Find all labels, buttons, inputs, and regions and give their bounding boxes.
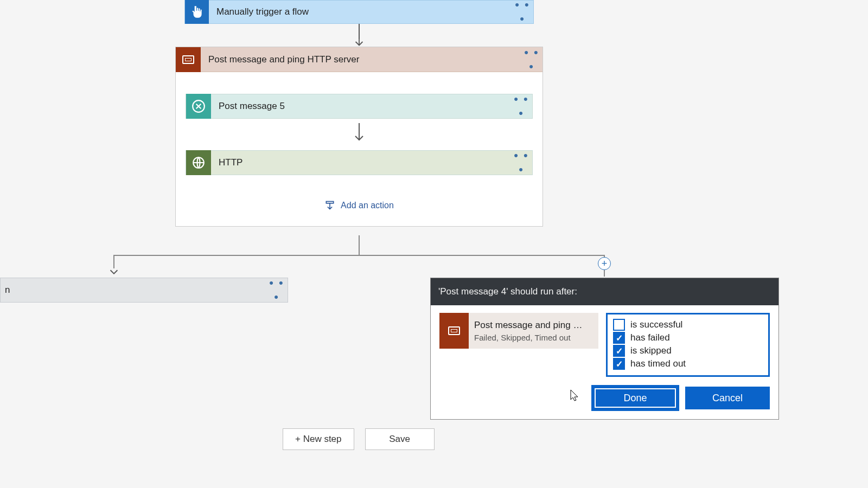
svg-rect-4: [326, 202, 333, 203]
scope-container: Post message and ping HTTP server • • • …: [175, 47, 543, 227]
branch-action-card[interactable]: n • • •: [0, 278, 288, 303]
connector-line: [113, 255, 605, 256]
checkbox-label: has timed out: [630, 358, 686, 369]
manual-trigger-icon: [185, 0, 209, 24]
checkbox-has-timed-out[interactable]: [613, 358, 625, 370]
trigger-title: Manually trigger a flow: [216, 7, 512, 17]
insert-step-button[interactable]: +: [598, 257, 611, 270]
checkbox-is-successful[interactable]: [613, 319, 625, 331]
checkbox-label: has failed: [630, 332, 670, 343]
checkbox-is-skipped[interactable]: [613, 345, 625, 357]
add-action-button[interactable]: Add an action: [186, 200, 533, 211]
trigger-card[interactable]: Manually trigger a flow • • •: [184, 0, 534, 24]
scope-menu-button[interactable]: • • •: [521, 46, 542, 74]
globe-icon: [186, 150, 211, 175]
checkbox-label: is skipped: [630, 345, 672, 356]
done-button[interactable]: Done: [593, 387, 678, 409]
save-button[interactable]: Save: [365, 428, 435, 450]
scope-icon: [439, 313, 469, 349]
add-action-icon: [324, 200, 335, 211]
checkbox-label: is successful: [630, 319, 682, 330]
action1-menu-button[interactable]: • • •: [510, 92, 532, 120]
trigger-menu-button[interactable]: • • •: [512, 0, 533, 26]
cancel-button[interactable]: Cancel: [685, 387, 770, 409]
run-after-dialog: 'Post message 4' should run after: Post …: [430, 278, 779, 420]
action-title: HTTP: [219, 157, 510, 168]
connector-arrow: [186, 123, 533, 145]
checkbox-has-failed[interactable]: [613, 332, 625, 344]
dialog-header: 'Post message 4' should run after:: [431, 278, 778, 305]
run-after-checkbox-group: is successful has failed is skipped has …: [606, 313, 770, 377]
branch-action-title: n: [5, 285, 266, 296]
add-action-label: Add an action: [341, 201, 394, 210]
scope-header[interactable]: Post message and ping HTTP server • • •: [176, 47, 542, 72]
scope-title: Post message and ping HTTP server: [208, 54, 521, 65]
branch-action-menu-button[interactable]: • • •: [266, 276, 288, 304]
dependency-title: Post message and ping HTTP s...: [474, 320, 588, 331]
scope-icon: [176, 47, 201, 72]
slack-icon: [186, 94, 211, 119]
new-step-button[interactable]: + New step: [283, 428, 354, 450]
action-http[interactable]: HTTP • • •: [186, 150, 533, 175]
action-post-message-5[interactable]: Post message 5 • • •: [186, 94, 533, 119]
action-title: Post message 5: [219, 101, 510, 112]
dependency-card[interactable]: Post message and ping HTTP s... Failed, …: [439, 313, 598, 349]
action2-menu-button[interactable]: • • •: [510, 149, 532, 177]
connector-line: [359, 235, 360, 255]
dependency-status: Failed, Skipped, Timed out: [474, 333, 588, 342]
